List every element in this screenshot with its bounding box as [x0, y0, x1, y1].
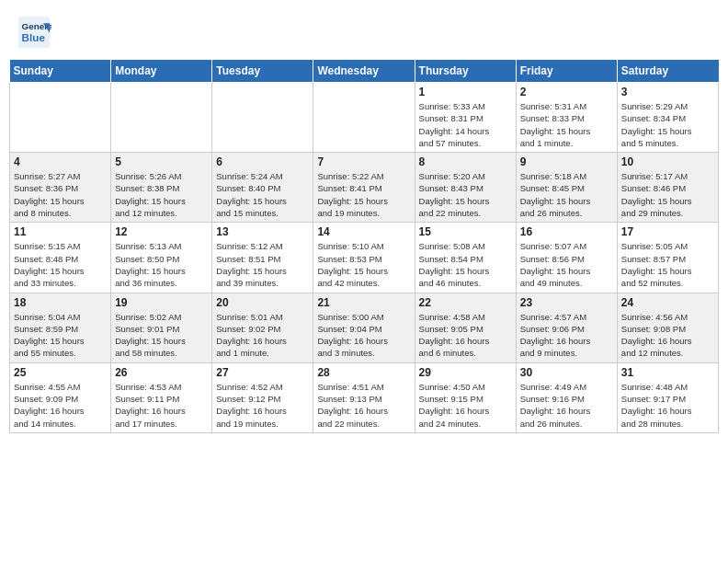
day-number: 18 [14, 296, 107, 309]
day-number: 1 [419, 86, 512, 98]
calendar-day-cell [10, 83, 111, 153]
calendar-day-cell: 30Sunrise: 4:49 AM Sunset: 9:16 PM Dayli… [516, 362, 617, 432]
calendar-day-cell: 2Sunrise: 5:31 AM Sunset: 8:33 PM Daylig… [516, 83, 617, 153]
calendar-header-row: SundayMondayTuesdayWednesdayThursdayFrid… [10, 60, 719, 83]
day-info: Sunrise: 4:50 AM Sunset: 9:15 PM Dayligh… [419, 381, 512, 430]
day-of-week-header: Thursday [415, 60, 516, 83]
svg-text:Blue: Blue [22, 31, 46, 43]
day-info: Sunrise: 5:04 AM Sunset: 8:59 PM Dayligh… [14, 311, 107, 360]
day-number: 12 [115, 225, 208, 238]
day-info: Sunrise: 5:02 AM Sunset: 9:01 PM Dayligh… [115, 311, 208, 360]
calendar-week-row: 18Sunrise: 5:04 AM Sunset: 8:59 PM Dayli… [10, 293, 719, 362]
day-number: 23 [520, 296, 613, 309]
day-number: 28 [317, 366, 410, 379]
day-info: Sunrise: 5:10 AM Sunset: 8:53 PM Dayligh… [317, 240, 410, 289]
calendar-day-cell: 24Sunrise: 4:56 AM Sunset: 9:08 PM Dayli… [617, 293, 718, 362]
day-of-week-header: Saturday [617, 60, 718, 83]
calendar-week-row: 1Sunrise: 5:33 AM Sunset: 8:31 PM Daylig… [10, 83, 719, 153]
calendar-day-cell: 13Sunrise: 5:12 AM Sunset: 8:51 PM Dayli… [212, 223, 313, 293]
day-of-week-header: Monday [111, 60, 212, 83]
calendar-week-row: 4Sunrise: 5:27 AM Sunset: 8:36 PM Daylig… [10, 153, 719, 223]
day-number: 24 [621, 296, 714, 309]
day-info: Sunrise: 4:55 AM Sunset: 9:09 PM Dayligh… [14, 381, 107, 430]
calendar-day-cell: 28Sunrise: 4:51 AM Sunset: 9:13 PM Dayli… [313, 362, 415, 432]
day-number: 8 [419, 155, 512, 168]
day-info: Sunrise: 5:33 AM Sunset: 8:31 PM Dayligh… [419, 100, 512, 149]
page-header: General Blue [9, 9, 719, 53]
day-info: Sunrise: 5:07 AM Sunset: 8:56 PM Dayligh… [520, 240, 613, 289]
calendar-day-cell: 20Sunrise: 5:01 AM Sunset: 9:02 PM Dayli… [212, 293, 313, 362]
day-info: Sunrise: 4:57 AM Sunset: 9:06 PM Dayligh… [520, 311, 613, 360]
calendar-body: 1Sunrise: 5:33 AM Sunset: 8:31 PM Daylig… [10, 83, 719, 433]
calendar-day-cell: 5Sunrise: 5:26 AM Sunset: 8:38 PM Daylig… [111, 153, 212, 223]
day-info: Sunrise: 5:31 AM Sunset: 8:33 PM Dayligh… [520, 100, 613, 149]
calendar-day-cell: 3Sunrise: 5:29 AM Sunset: 8:34 PM Daylig… [617, 83, 718, 153]
day-info: Sunrise: 5:12 AM Sunset: 8:51 PM Dayligh… [216, 240, 309, 289]
day-number: 5 [115, 155, 208, 168]
calendar-day-cell: 10Sunrise: 5:17 AM Sunset: 8:46 PM Dayli… [617, 153, 718, 223]
calendar-week-row: 11Sunrise: 5:15 AM Sunset: 8:48 PM Dayli… [10, 223, 719, 293]
calendar-day-cell: 4Sunrise: 5:27 AM Sunset: 8:36 PM Daylig… [10, 153, 111, 223]
calendar-day-cell [313, 83, 415, 153]
day-info: Sunrise: 5:13 AM Sunset: 8:50 PM Dayligh… [115, 240, 208, 289]
day-number: 21 [317, 296, 410, 309]
day-number: 17 [621, 225, 714, 238]
day-number: 10 [621, 155, 714, 168]
calendar-day-cell: 21Sunrise: 5:00 AM Sunset: 9:04 PM Dayli… [313, 293, 415, 362]
day-number: 4 [14, 155, 107, 168]
calendar-day-cell [111, 83, 212, 153]
day-info: Sunrise: 4:49 AM Sunset: 9:16 PM Dayligh… [520, 381, 613, 430]
day-info: Sunrise: 5:00 AM Sunset: 9:04 PM Dayligh… [317, 311, 410, 360]
day-number: 20 [216, 296, 309, 309]
day-number: 29 [419, 366, 512, 379]
day-info: Sunrise: 5:29 AM Sunset: 8:34 PM Dayligh… [621, 100, 714, 149]
day-of-week-header: Friday [516, 60, 617, 83]
day-number: 30 [520, 366, 613, 379]
calendar-table: SundayMondayTuesdayWednesdayThursdayFrid… [9, 59, 719, 433]
calendar-day-cell: 9Sunrise: 5:18 AM Sunset: 8:45 PM Daylig… [516, 153, 617, 223]
day-of-week-header: Tuesday [212, 60, 313, 83]
day-info: Sunrise: 5:17 AM Sunset: 8:46 PM Dayligh… [621, 170, 714, 219]
day-info: Sunrise: 5:15 AM Sunset: 8:48 PM Dayligh… [14, 240, 107, 289]
day-info: Sunrise: 5:18 AM Sunset: 8:45 PM Dayligh… [520, 170, 613, 219]
day-number: 31 [621, 366, 714, 379]
calendar-day-cell: 26Sunrise: 4:53 AM Sunset: 9:11 PM Dayli… [111, 362, 212, 432]
day-info: Sunrise: 5:08 AM Sunset: 8:54 PM Dayligh… [419, 240, 512, 289]
day-number: 9 [520, 155, 613, 168]
day-number: 11 [14, 225, 107, 238]
calendar-day-cell: 29Sunrise: 4:50 AM Sunset: 9:15 PM Dayli… [415, 362, 516, 432]
logo: General Blue [18, 17, 55, 50]
calendar-day-cell: 27Sunrise: 4:52 AM Sunset: 9:12 PM Dayli… [212, 362, 313, 432]
calendar-day-cell [212, 83, 313, 153]
day-number: 7 [317, 155, 410, 168]
calendar-day-cell: 22Sunrise: 4:58 AM Sunset: 9:05 PM Dayli… [415, 293, 516, 362]
day-number: 6 [216, 155, 309, 168]
day-info: Sunrise: 5:22 AM Sunset: 8:41 PM Dayligh… [317, 170, 410, 219]
day-info: Sunrise: 5:01 AM Sunset: 9:02 PM Dayligh… [216, 311, 309, 360]
day-info: Sunrise: 4:56 AM Sunset: 9:08 PM Dayligh… [621, 311, 714, 360]
day-info: Sunrise: 5:26 AM Sunset: 8:38 PM Dayligh… [115, 170, 208, 219]
calendar-day-cell: 11Sunrise: 5:15 AM Sunset: 8:48 PM Dayli… [10, 223, 111, 293]
day-info: Sunrise: 5:20 AM Sunset: 8:43 PM Dayligh… [419, 170, 512, 219]
day-number: 26 [115, 366, 208, 379]
day-of-week-header: Sunday [10, 60, 111, 83]
day-info: Sunrise: 4:52 AM Sunset: 9:12 PM Dayligh… [216, 381, 309, 430]
calendar-day-cell: 7Sunrise: 5:22 AM Sunset: 8:41 PM Daylig… [313, 153, 415, 223]
day-info: Sunrise: 5:27 AM Sunset: 8:36 PM Dayligh… [14, 170, 107, 219]
day-info: Sunrise: 4:48 AM Sunset: 9:17 PM Dayligh… [621, 381, 714, 430]
calendar-day-cell: 16Sunrise: 5:07 AM Sunset: 8:56 PM Dayli… [516, 223, 617, 293]
calendar-day-cell: 1Sunrise: 5:33 AM Sunset: 8:31 PM Daylig… [415, 83, 516, 153]
calendar-day-cell: 23Sunrise: 4:57 AM Sunset: 9:06 PM Dayli… [516, 293, 617, 362]
day-info: Sunrise: 4:53 AM Sunset: 9:11 PM Dayligh… [115, 381, 208, 430]
day-number: 13 [216, 225, 309, 238]
calendar-day-cell: 14Sunrise: 5:10 AM Sunset: 8:53 PM Dayli… [313, 223, 415, 293]
calendar-day-cell: 8Sunrise: 5:20 AM Sunset: 8:43 PM Daylig… [415, 153, 516, 223]
calendar-week-row: 25Sunrise: 4:55 AM Sunset: 9:09 PM Dayli… [10, 362, 719, 432]
calendar-day-cell: 15Sunrise: 5:08 AM Sunset: 8:54 PM Dayli… [415, 223, 516, 293]
day-number: 19 [115, 296, 208, 309]
day-info: Sunrise: 5:05 AM Sunset: 8:57 PM Dayligh… [621, 240, 714, 289]
day-number: 27 [216, 366, 309, 379]
calendar-day-cell: 18Sunrise: 5:04 AM Sunset: 8:59 PM Dayli… [10, 293, 111, 362]
day-info: Sunrise: 5:24 AM Sunset: 8:40 PM Dayligh… [216, 170, 309, 219]
logo-icon: General Blue [18, 17, 51, 50]
